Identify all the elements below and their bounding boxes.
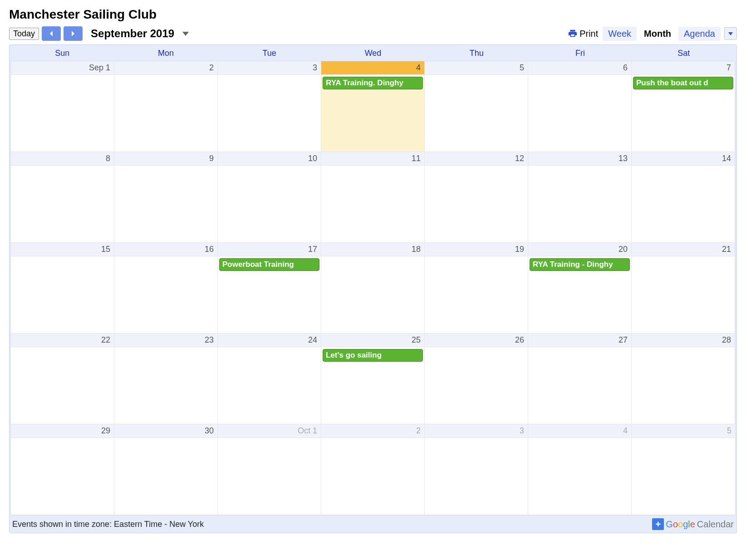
cell-body: [11, 256, 114, 333]
toolbar: Today September 2019 Print Week Month Ag…: [9, 26, 737, 41]
calendar-cell[interactable]: 18: [321, 243, 425, 334]
date-label: 10: [218, 152, 321, 166]
chevron-left-icon: [49, 30, 54, 37]
calendar-cell[interactable]: 30: [114, 424, 218, 515]
cell-body: [321, 438, 424, 515]
date-label: 20: [528, 243, 631, 256]
calendar-cell[interactable]: 21: [632, 243, 735, 334]
plus-icon: +: [652, 518, 664, 530]
day-header: Mon: [114, 46, 217, 61]
print-button[interactable]: Print: [568, 29, 598, 39]
date-label: 22: [11, 334, 114, 347]
calendar-cell[interactable]: 11: [321, 152, 425, 243]
calendar-cell[interactable]: 9: [114, 152, 218, 243]
options-button[interactable]: [724, 27, 737, 40]
calendar-cell[interactable]: 6: [528, 61, 632, 152]
date-label: 5: [425, 61, 528, 75]
date-label: 2: [114, 61, 217, 75]
cell-body: [11, 347, 114, 424]
next-month-button[interactable]: [64, 26, 83, 41]
cell-body: [114, 347, 217, 424]
calendar-cell[interactable]: 14: [632, 152, 735, 243]
date-label: 28: [632, 334, 735, 347]
calendar-cell[interactable]: 22: [11, 334, 114, 424]
prev-month-button[interactable]: [42, 26, 61, 41]
toolbar-left: Today September 2019: [9, 26, 565, 41]
date-label: Oct 1: [218, 424, 321, 438]
calendar-cell[interactable]: 7Push the boat out d: [632, 61, 735, 152]
calendar-cell[interactable]: 2: [321, 424, 425, 515]
calendar: SunMonTueWedThuFriSat Sep 1234RYA Traini…: [9, 44, 737, 533]
calendar-cell[interactable]: 13: [528, 152, 632, 243]
cell-body: [114, 75, 217, 152]
date-label: 13: [528, 152, 631, 166]
cell-body: [632, 438, 735, 515]
date-label: 26: [425, 334, 528, 347]
date-label: 21: [632, 243, 735, 256]
day-header: Sun: [10, 46, 114, 61]
day-header: Thu: [425, 46, 528, 61]
day-header: Fri: [528, 46, 632, 61]
cell-body: [528, 166, 631, 242]
calendar-cell[interactable]: 27: [528, 334, 632, 424]
cell-body: [425, 438, 528, 515]
date-label: 11: [321, 152, 424, 166]
cell-body: [321, 166, 424, 242]
date-label: 27: [528, 334, 631, 347]
print-label: Print: [579, 29, 598, 39]
calendar-cell[interactable]: 26: [425, 334, 528, 424]
calendar-event[interactable]: Powerboat Training: [219, 258, 319, 271]
calendar-cell[interactable]: Oct 1: [218, 424, 321, 515]
calendar-cell[interactable]: 3: [425, 424, 528, 515]
calendar-cell[interactable]: 10: [218, 152, 321, 243]
cell-body: [528, 75, 631, 152]
calendar-cell[interactable]: 25Let's go sailing: [321, 334, 425, 424]
calendar-cell[interactable]: 8: [11, 152, 114, 243]
calendar-cell[interactable]: 17Powerboat Training: [218, 243, 321, 334]
calendar-cell[interactable]: 19: [425, 243, 528, 334]
cell-body: [218, 347, 321, 424]
cell-body: [11, 438, 114, 515]
calendar-cell[interactable]: 12: [425, 152, 528, 243]
cell-body: [218, 166, 321, 242]
google-calendar-link[interactable]: + Google Calendar: [652, 518, 734, 530]
month-dropdown-icon[interactable]: [182, 32, 189, 36]
date-label: 23: [114, 334, 217, 347]
date-label: 17: [218, 243, 321, 256]
month-label: September 2019: [91, 27, 174, 40]
calendar-event[interactable]: Push the boat out d: [633, 77, 733, 89]
today-button[interactable]: Today: [9, 28, 39, 40]
calendar-event[interactable]: Let's go sailing: [323, 349, 423, 362]
calendar-cell[interactable]: 28: [632, 334, 735, 424]
calendar-cell[interactable]: 16: [114, 243, 218, 334]
day-header: Tue: [218, 46, 321, 61]
date-label: 25: [321, 334, 424, 347]
calendar-event[interactable]: RYA Training - Dinghy: [530, 258, 630, 271]
cell-body: [11, 166, 114, 242]
chevron-down-icon: [728, 32, 733, 35]
calendar-cell[interactable]: 15: [11, 243, 114, 334]
calendar-footer: Events shown in time zone: Eastern Time …: [10, 516, 736, 530]
view-month-button[interactable]: Month: [638, 27, 677, 41]
calendar-event[interactable]: RYA Training. Dinghy: [323, 77, 423, 89]
calendar-cell[interactable]: 4: [528, 424, 632, 515]
chevron-right-icon: [70, 30, 76, 37]
date-label: 14: [632, 152, 735, 166]
date-label: 8: [11, 152, 114, 166]
calendar-cell[interactable]: Sep 1: [11, 61, 114, 152]
view-week-button[interactable]: Week: [603, 27, 637, 41]
calendar-cell[interactable]: 20RYA Training - Dinghy: [528, 243, 632, 334]
calendar-cell[interactable]: 2: [114, 61, 218, 152]
calendar-cell[interactable]: 5: [632, 424, 735, 515]
cell-body: [218, 438, 321, 515]
toolbar-right: Print Week Month Agenda: [568, 27, 737, 41]
calendar-cell[interactable]: 3: [218, 61, 321, 152]
date-label: 30: [114, 424, 217, 438]
calendar-cell[interactable]: 4RYA Training. Dinghy: [321, 61, 425, 152]
view-agenda-button[interactable]: Agenda: [678, 27, 721, 41]
calendar-cell[interactable]: 23: [114, 334, 218, 424]
cell-body: RYA Training - Dinghy: [528, 258, 631, 334]
calendar-cell[interactable]: 29: [11, 424, 114, 515]
calendar-cell[interactable]: 24: [218, 334, 321, 424]
calendar-cell[interactable]: 5: [425, 61, 528, 152]
